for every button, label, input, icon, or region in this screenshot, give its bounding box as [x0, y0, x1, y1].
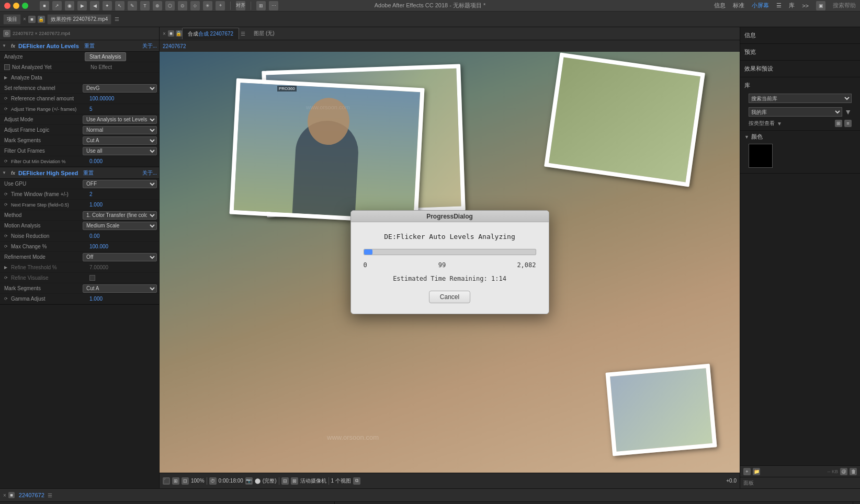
open-icon[interactable]: ↗	[52, 1, 62, 10]
delete-icon[interactable]: 🗑	[850, 468, 857, 475]
active-camera-label[interactable]: 活动摄像机	[300, 477, 326, 485]
info-icon-right[interactable]: @	[840, 468, 847, 475]
adjust-mode-row: Adjust Mode Use Analysis to set Levels	[0, 114, 159, 125]
list-view-icon[interactable]: ≡	[844, 120, 852, 127]
filter-frames-dropdown[interactable]: Use all	[83, 147, 157, 155]
method-dropdown[interactable]: 1. Color Transfer (fine colo...	[83, 211, 157, 220]
mark-segments-dropdown2[interactable]: Cut A	[83, 284, 157, 293]
camera-icon[interactable]: 📷	[245, 477, 253, 485]
panel-menu-icon[interactable]: ⊙	[3, 30, 10, 37]
motion-analysis-dropdown[interactable]: Medium Scale	[83, 222, 157, 230]
new-project-icon[interactable]: ■	[40, 1, 49, 10]
effect-collapse-icon[interactable]: ▼	[2, 43, 7, 48]
deflicker-auto-about[interactable]: 关于...	[142, 42, 157, 50]
start-analysis-button[interactable]: Start Analysis	[85, 52, 126, 61]
deflicker-hs-about[interactable]: 关于...	[142, 169, 157, 177]
grid-view-icon[interactable]: ⊞	[835, 120, 842, 127]
tool9-icon[interactable]: ✳	[203, 1, 212, 10]
snapshot-icon[interactable]: ⬛	[163, 477, 170, 485]
safe-frames-icon[interactable]: ⊡	[182, 477, 189, 485]
add-folder-icon[interactable]: 📁	[753, 468, 760, 475]
tool6-icon[interactable]: ⬡	[165, 1, 175, 10]
timeline-lock-icon[interactable]: ■	[8, 492, 15, 498]
render-mode-icon[interactable]: ⊠	[291, 477, 298, 485]
cancel-button[interactable]: Cancel	[429, 291, 470, 303]
save-icon[interactable]: ◉	[65, 1, 74, 10]
tool4-icon[interactable]: T	[140, 1, 150, 10]
use-gpu-dropdown[interactable]: OFF	[83, 180, 157, 188]
filter-min-value[interactable]: 0.000	[89, 158, 157, 164]
tool10-icon[interactable]: ⌖	[216, 1, 225, 10]
render-icon[interactable]: ▶	[77, 1, 87, 10]
tool8-icon[interactable]: ⊹	[190, 1, 200, 10]
search-video-icon[interactable]: ▣	[816, 1, 825, 10]
align-icon[interactable]: 对齐	[236, 1, 245, 10]
tool5-icon[interactable]: ⊕	[153, 1, 162, 10]
maximize-button[interactable]	[22, 3, 28, 9]
deflicker-auto-reset[interactable]: 重置	[84, 42, 95, 50]
comp-tab-x[interactable]: ×	[163, 31, 166, 37]
effect-hs-collapse-icon[interactable]: ▼	[2, 170, 7, 175]
tool7-icon[interactable]: ⊙	[178, 1, 187, 10]
tool3-icon[interactable]: ✎	[128, 1, 137, 10]
timeline-menu-icon[interactable]: ☰	[48, 492, 52, 498]
timeline-tab-x[interactable]: ×	[3, 492, 6, 498]
tool1-icon[interactable]: ✦	[103, 1, 112, 10]
view-count-label[interactable]: 1 个视图	[331, 477, 351, 485]
viewer-content[interactable]: www.orsoon.com www.orsoon.com PRO360 Pro…	[160, 52, 740, 473]
snapping-icon[interactable]: ⊞	[256, 1, 266, 10]
close-button[interactable]	[4, 3, 10, 9]
not-analyzed-checkbox[interactable]	[4, 64, 10, 70]
project-close-icon[interactable]: ×	[23, 16, 26, 22]
ref-channel-dropdown[interactable]: DevG	[83, 84, 157, 93]
motion-icon[interactable]: ⋯	[269, 1, 278, 10]
grid-icon[interactable]: ⊞	[172, 477, 179, 485]
workspace-small-screen[interactable]: 小屏幕	[752, 2, 769, 9]
color-collapse-arrow[interactable]: ▼	[744, 134, 749, 140]
adjust-mode-dropdown[interactable]: Use Analysis to set Levels	[83, 116, 157, 124]
stereo-icon[interactable]: ⧉	[353, 477, 360, 485]
color-info-icon[interactable]: ⬤	[255, 478, 261, 484]
preview-icon[interactable]: ◀	[90, 1, 99, 10]
timecode-icon[interactable]: ⏱	[209, 477, 217, 485]
refinement-mode-dropdown[interactable]: Off	[83, 253, 157, 261]
effects-menu-icon[interactable]: ☰	[115, 16, 119, 22]
view-options-icon[interactable]: ⊟	[281, 477, 289, 485]
project-save-icon[interactable]: ■	[28, 16, 36, 23]
time-range-value[interactable]: 5	[89, 106, 157, 112]
gamma-adjust-value[interactable]: 1.000	[89, 296, 157, 302]
minimize-button[interactable]	[13, 3, 19, 9]
color-swatch-black[interactable]	[749, 144, 773, 168]
resolution-label[interactable]: (完整)	[263, 477, 277, 485]
next-frame-value[interactable]: 1.000	[89, 202, 157, 208]
max-change-value[interactable]: 100.000	[89, 244, 157, 249]
workspace-library[interactable]: 库	[789, 2, 795, 9]
comp-tab-main[interactable]: 合成 合成 22407672	[182, 28, 239, 39]
view-type-arrow[interactable]: ▼	[777, 121, 782, 127]
analyze-data-row[interactable]: ▶ Analyze Data	[0, 73, 159, 83]
comp-record-icon[interactable]: ■	[168, 30, 174, 37]
search-help[interactable]: 搜索帮助	[833, 2, 856, 9]
comp-lock-icon[interactable]: 🔒	[176, 30, 182, 37]
project-btn[interactable]: 项目	[3, 14, 21, 25]
search-library-dropdown[interactable]: 搜索当前库	[749, 94, 852, 103]
refine-vis-checkbox[interactable]	[89, 275, 95, 281]
my-library-dropdown[interactable]: 我的库	[749, 107, 842, 117]
time-window-value[interactable]: 2	[89, 191, 157, 197]
workspace-more-icon[interactable]: >>	[802, 3, 809, 9]
mark-segments-dropdown1[interactable]: Cut A	[83, 136, 157, 145]
zoom-level[interactable]: 100%	[191, 478, 205, 484]
workspace-standard[interactable]: 标准	[733, 2, 744, 9]
comp-tab-menu[interactable]: ☰	[241, 31, 245, 37]
project-lock-icon[interactable]: 🔒	[38, 16, 45, 23]
workspace-menu-icon[interactable]: ☰	[776, 2, 782, 9]
ref-amount-value[interactable]: 100.00000	[89, 96, 157, 101]
add-effect-icon[interactable]: +	[743, 468, 751, 475]
deflicker-hs-reset[interactable]: 重置	[83, 169, 94, 177]
library-dropdown-arrow[interactable]: ▼	[844, 108, 852, 116]
effects-btn[interactable]: 效果控件 22407672.mp4	[47, 14, 112, 25]
workspace-default[interactable]: 信息	[714, 2, 726, 9]
frame-logic-dropdown[interactable]: Normal	[83, 126, 157, 134]
tool2-icon[interactable]: ↖	[115, 1, 125, 10]
noise-reduction-value[interactable]: 0.00	[89, 233, 157, 239]
